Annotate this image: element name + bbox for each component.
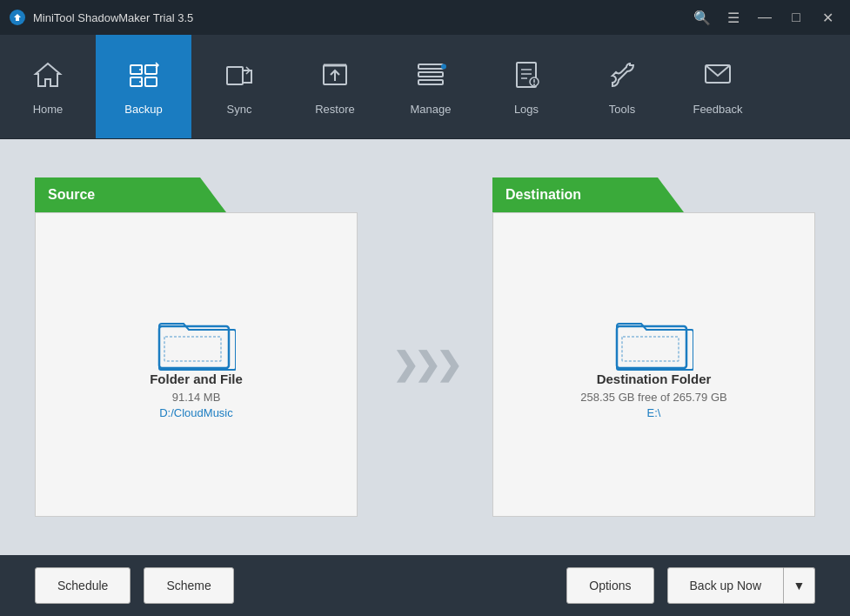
svg-rect-26 [617,326,686,368]
forward-arrows-icon: ❯❯❯ [392,346,458,383]
sync-icon [223,58,256,96]
destination-free-space: 258.35 GB free of 265.79 GB [580,391,726,404]
maximize-button[interactable]: □ [782,5,810,30]
chevron-down-icon: ▼ [793,579,806,593]
nav-label-manage: Manage [411,103,452,116]
nav-item-home[interactable]: Home [0,35,96,138]
options-button[interactable]: Options [566,567,653,604]
tools-icon [606,58,639,96]
manage-icon [414,58,447,96]
app-logo-icon [9,9,26,26]
nav-label-sync: Sync [227,103,252,116]
backup-icon [127,58,160,96]
svg-point-22 [533,84,535,85]
app-title: MiniTool ShadowMaker Trial 3.5 [33,11,193,24]
svg-rect-25 [164,337,221,361]
title-left: MiniTool ShadowMaker Trial 3.5 [9,9,193,26]
menu-button[interactable]: ☰ [719,5,747,30]
nav-label-restore: Restore [315,103,355,116]
minimize-button[interactable]: — [751,5,779,30]
arrow-container: ❯❯❯ [392,311,458,383]
main-content: Source Folder and File 91.14 MB D:/Cloud… [0,139,850,555]
nav-item-tools[interactable]: Tools [574,35,670,138]
title-bar: MiniTool ShadowMaker Trial 3.5 🔍 ☰ — □ ✕ [0,0,850,35]
close-button[interactable]: ✕ [813,5,841,30]
svg-rect-14 [418,80,443,84]
restore-icon [318,58,351,96]
svg-rect-12 [418,64,443,69]
nav-label-feedback: Feedback [693,103,742,116]
svg-rect-24 [159,326,229,368]
svg-rect-8 [227,67,243,84]
logs-icon [510,58,543,96]
nav-item-feedback[interactable]: Feedback [670,35,766,138]
source-size: 91.14 MB [172,391,221,404]
svg-point-15 [441,64,446,69]
nav-label-tools: Tools [609,103,635,116]
backup-now-dropdown-button[interactable]: ▼ [784,567,815,604]
destination-card-body[interactable]: Destination Folder 258.35 GB free of 265… [492,212,815,517]
scheme-button[interactable]: Scheme [144,567,233,604]
bottom-left-buttons: Schedule Scheme [35,567,234,604]
svg-rect-27 [622,337,679,361]
source-path: D:/CloudMusic [159,406,233,419]
source-header: Source [35,177,226,212]
nav-label-home: Home [33,103,64,116]
nav-bar: Home Backup Sync [0,35,850,139]
home-icon [31,58,64,96]
destination-folder-icon [615,311,693,372]
source-header-label: Source [48,187,95,203]
title-controls: 🔍 ☰ — □ ✕ [688,5,841,30]
destination-header-label: Destination [505,187,581,203]
bottom-bar: Schedule Scheme Options Back up Now ▼ [0,555,850,616]
nav-item-manage[interactable]: Manage [383,35,479,138]
svg-rect-4 [145,77,157,86]
destination-header: Destination [492,177,684,212]
nav-label-backup: Backup [124,103,162,116]
destination-title: Destination Folder [597,372,712,386]
nav-item-restore[interactable]: Restore [287,35,383,138]
source-title: Folder and File [150,372,243,386]
source-card-body[interactable]: Folder and File 91.14 MB D:/CloudMusic [35,212,358,517]
feedback-icon [701,58,734,96]
destination-card-container: Destination Destination Folder 258.35 GB… [492,177,815,517]
nav-item-backup[interactable]: Backup [96,35,191,138]
bottom-right-buttons: Options Back up Now ▼ [566,567,815,604]
search-button[interactable]: 🔍 [688,5,716,30]
schedule-button[interactable]: Schedule [35,567,131,604]
nav-label-logs: Logs [514,103,539,116]
source-folder-icon [157,311,236,372]
source-card-container: Source Folder and File 91.14 MB D:/Cloud… [35,177,358,517]
svg-rect-13 [418,72,443,77]
nav-item-logs[interactable]: Logs [479,35,574,138]
svg-rect-2 [145,65,157,74]
destination-path: E:\ [647,406,661,419]
nav-item-sync[interactable]: Sync [191,35,287,138]
backup-now-button[interactable]: Back up Now [667,567,784,604]
